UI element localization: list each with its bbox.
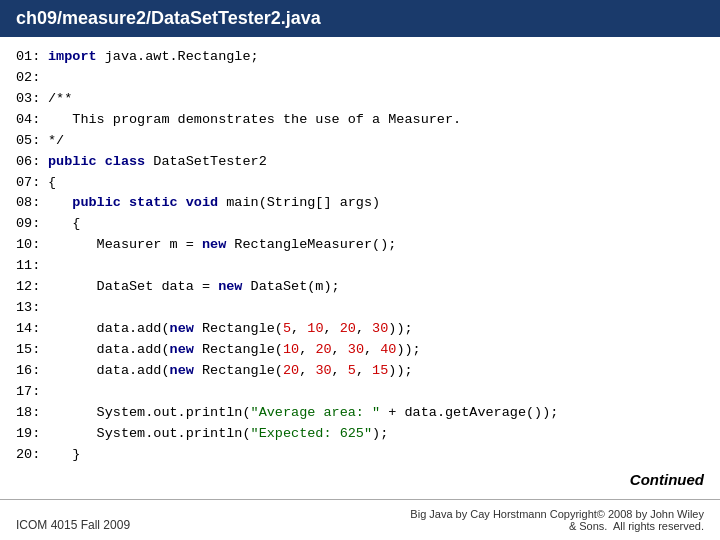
code-line-01: 01: import java.awt.Rectangle; <box>16 47 704 68</box>
title-bar: ch09/measure2/DataSetTester2.java <box>0 0 720 37</box>
code-line-18: 18: System.out.println("Average area: " … <box>16 403 704 424</box>
page-title: ch09/measure2/DataSetTester2.java <box>16 8 321 28</box>
footer-left: ICOM 4015 Fall 2009 <box>16 518 130 532</box>
code-line-15: 15: data.add(new Rectangle(10, 20, 30, 4… <box>16 340 704 361</box>
code-line-06: 06: public class DataSetTester2 <box>16 152 704 173</box>
code-line-02: 02: <box>16 68 704 89</box>
code-line-03: 03: /** <box>16 89 704 110</box>
code-line-13: 13: <box>16 298 704 319</box>
content-area: 01: import java.awt.Rectangle; 02: 03: /… <box>0 37 720 465</box>
code-line-14: 14: data.add(new Rectangle(5, 10, 20, 30… <box>16 319 704 340</box>
code-line-07: 07: { <box>16 173 704 194</box>
code-line-05: 05: */ <box>16 131 704 152</box>
code-line-16: 16: data.add(new Rectangle(20, 30, 5, 15… <box>16 361 704 382</box>
code-line-11: 11: <box>16 256 704 277</box>
code-line-09: 09: { <box>16 214 704 235</box>
footer-right: Big Java by Cay Horstmann Copyright© 200… <box>410 508 704 532</box>
code-line-20: 20: } <box>16 445 704 466</box>
code-line-08: 08: public static void main(String[] arg… <box>16 193 704 214</box>
code-block: 01: import java.awt.Rectangle; 02: 03: /… <box>16 47 704 465</box>
code-line-04: 04: This program demonstrates the use of… <box>16 110 704 131</box>
code-line-10: 10: Measurer m = new RectangleMeasurer()… <box>16 235 704 256</box>
code-line-12: 12: DataSet data = new DataSet(m); <box>16 277 704 298</box>
code-line-19: 19: System.out.println("Expected: 625"); <box>16 424 704 445</box>
footer-bar: ICOM 4015 Fall 2009 Big Java by Cay Hors… <box>0 499 720 540</box>
continued-label: Continued <box>630 471 704 488</box>
code-line-17: 17: <box>16 382 704 403</box>
